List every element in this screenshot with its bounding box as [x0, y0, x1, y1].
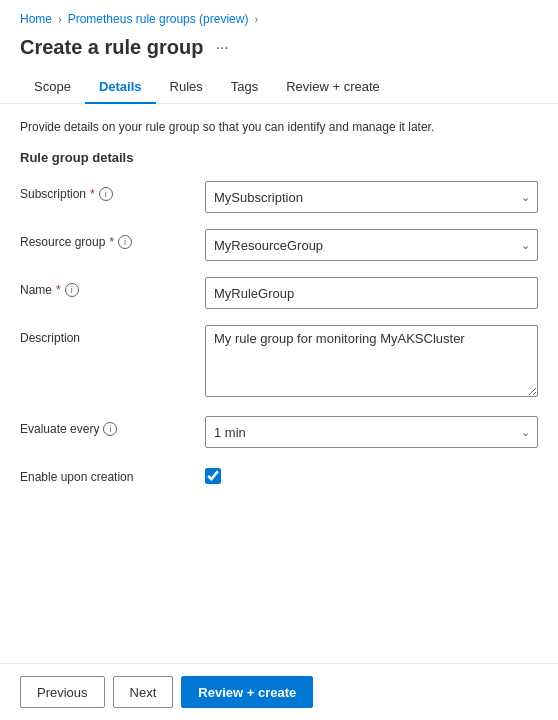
subscription-info-icon[interactable]: i: [99, 187, 113, 201]
section-title: Rule group details: [20, 150, 538, 165]
subscription-label: Subscription * i: [20, 181, 205, 201]
description-row: Description: [20, 325, 538, 400]
breadcrumb-chevron-1: ›: [58, 13, 62, 25]
name-required: *: [56, 283, 61, 297]
subscription-select-wrapper: MySubscription ⌄: [205, 181, 538, 213]
breadcrumb-home[interactable]: Home: [20, 12, 52, 26]
enable-upon-creation-checkbox-wrapper: [205, 464, 538, 484]
name-info-icon[interactable]: i: [65, 283, 79, 297]
review-create-button[interactable]: Review + create: [181, 676, 313, 708]
footer: Previous Next Review + create: [0, 663, 558, 720]
name-control: [205, 277, 538, 309]
evaluate-every-control: 1 min5 min10 min15 min ⌄: [205, 416, 538, 448]
resource-group-label: Resource group * i: [20, 229, 205, 249]
evaluate-every-row: Evaluate every i 1 min5 min10 min15 min …: [20, 416, 538, 448]
tabs-nav: Scope Details Rules Tags Review + create: [0, 71, 558, 104]
resource-group-control: MyResourceGroup ⌄: [205, 229, 538, 261]
name-input[interactable]: [205, 277, 538, 309]
tab-details[interactable]: Details: [85, 71, 156, 104]
more-options-icon[interactable]: ···: [211, 37, 232, 59]
enable-upon-creation-row: Enable upon creation: [20, 464, 538, 484]
enable-upon-creation-control: [205, 464, 538, 484]
next-button[interactable]: Next: [113, 676, 174, 708]
enable-upon-creation-label: Enable upon creation: [20, 464, 205, 484]
description-textarea[interactable]: [205, 325, 538, 397]
form-content: Provide details on your rule group so th…: [0, 104, 558, 516]
resource-group-select[interactable]: MyResourceGroup: [205, 229, 538, 261]
page-title: Create a rule group: [20, 36, 203, 59]
resource-group-required: *: [109, 235, 114, 249]
description-label: Description: [20, 325, 205, 345]
breadcrumb-chevron-2: ›: [254, 13, 258, 25]
subscription-required: *: [90, 187, 95, 201]
subscription-control: MySubscription ⌄: [205, 181, 538, 213]
info-text: Provide details on your rule group so th…: [20, 120, 538, 134]
enable-upon-creation-checkbox[interactable]: [205, 468, 221, 484]
tab-scope[interactable]: Scope: [20, 71, 85, 104]
description-control: [205, 325, 538, 400]
resource-group-info-icon[interactable]: i: [118, 235, 132, 249]
resource-group-row: Resource group * i MyResourceGroup ⌄: [20, 229, 538, 261]
subscription-select[interactable]: MySubscription: [205, 181, 538, 213]
resource-group-select-wrapper: MyResourceGroup ⌄: [205, 229, 538, 261]
evaluate-every-select-wrapper: 1 min5 min10 min15 min ⌄: [205, 416, 538, 448]
evaluate-every-info-icon[interactable]: i: [103, 422, 117, 436]
page-header: Create a rule group ···: [0, 32, 558, 71]
tab-review-create[interactable]: Review + create: [272, 71, 394, 104]
tab-rules[interactable]: Rules: [156, 71, 217, 104]
evaluate-every-label: Evaluate every i: [20, 416, 205, 436]
name-row: Name * i: [20, 277, 538, 309]
subscription-row: Subscription * i MySubscription ⌄: [20, 181, 538, 213]
name-label: Name * i: [20, 277, 205, 297]
breadcrumb: Home › Prometheus rule groups (preview) …: [0, 0, 558, 32]
tab-tags[interactable]: Tags: [217, 71, 272, 104]
previous-button[interactable]: Previous: [20, 676, 105, 708]
description-textarea-wrapper: [205, 325, 538, 400]
breadcrumb-prometheus[interactable]: Prometheus rule groups (preview): [68, 12, 249, 26]
evaluate-every-select[interactable]: 1 min5 min10 min15 min: [205, 416, 538, 448]
